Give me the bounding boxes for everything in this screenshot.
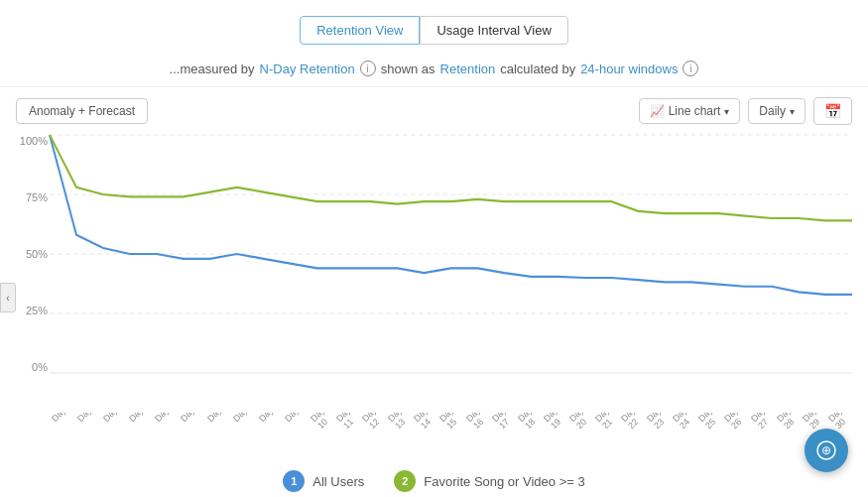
metric-info-icon[interactable]: i [360, 61, 376, 76]
y-label-50: 50% [10, 248, 48, 260]
windows-info-icon[interactable]: i [682, 61, 698, 76]
x-axis-wrapper: Day 0 Day 1 Day 2 Day 3 Day 4 Day 5 Day … [0, 413, 868, 462]
usage-interval-view-button[interactable]: Usage Interval View [420, 16, 567, 45]
line-chart-icon: 📈 [650, 104, 665, 118]
chart-svg-container [50, 135, 852, 376]
chart-type-label: Line chart [669, 104, 721, 118]
view-toggle-group: Retention View Usage Interval View [0, 0, 868, 55]
chart-type-dropdown[interactable]: 📈 Line chart ▾ [639, 98, 741, 124]
svg-text:⊕: ⊕ [821, 443, 831, 457]
measured-by-bar: ...measured by N-Day Retention i shown a… [0, 55, 868, 86]
shown-as-prefix: shown as [381, 62, 435, 76]
fab-button[interactable]: ⊕ [805, 429, 848, 472]
y-label-100: 100% [10, 135, 48, 147]
legend-circle-2: 2 [394, 470, 416, 492]
chart-type-chevron-icon: ▾ [724, 106, 729, 117]
right-controls: 📈 Line chart ▾ Daily ▾ 📅 [639, 97, 852, 125]
retention-view-button[interactable]: Retention View [300, 16, 420, 45]
windows-link[interactable]: 24-hour windows [580, 62, 678, 76]
scroll-left-button[interactable]: ‹ [0, 283, 16, 312]
period-chevron-icon: ▾ [790, 106, 795, 117]
period-dropdown[interactable]: Daily ▾ [748, 98, 806, 124]
fab-icon: ⊕ [815, 439, 837, 461]
green-series-line [50, 135, 852, 220]
legend-item-2: 2 Favorite Song or Video >= 3 [394, 470, 584, 492]
calendar-icon: 📅 [824, 103, 841, 119]
legend-item-1: 1 All Users [283, 470, 364, 492]
y-label-75: 75% [10, 191, 48, 203]
y-label-0: 0% [10, 361, 48, 373]
x-axis-labels: Day 0 Day 1 Day 2 Day 3 Day 4 Day 5 Day … [50, 413, 852, 436]
y-axis: 100% 75% 50% 25% 0% [10, 135, 48, 373]
calc-prefix: calculated by [500, 62, 575, 76]
x-label-30: Day 30 [826, 413, 859, 431]
legend-circle-1: 1 [283, 470, 305, 492]
retention-link[interactable]: Retention [440, 62, 496, 76]
measured-by-prefix: ...measured by [170, 62, 255, 76]
anomaly-forecast-button[interactable]: Anomaly + Forecast [16, 98, 148, 124]
period-label: Daily [759, 104, 786, 118]
calendar-button[interactable]: 📅 [813, 97, 852, 125]
chart-area: 100% 75% 50% 25% 0% [0, 135, 868, 413]
legend-label-2: Favorite Song or Video >= 3 [424, 474, 584, 489]
legend: 1 All Users 2 Favorite Song or Video >= … [0, 462, 868, 492]
chart-svg [50, 135, 852, 373]
n-day-retention-link[interactable]: N-Day Retention [260, 62, 355, 76]
chart-controls-bar: Anomaly + Forecast 📈 Line chart ▾ Daily … [0, 87, 868, 135]
legend-label-1: All Users [312, 474, 364, 489]
main-wrapper: Retention View Usage Interval View ...me… [0, 0, 868, 492]
